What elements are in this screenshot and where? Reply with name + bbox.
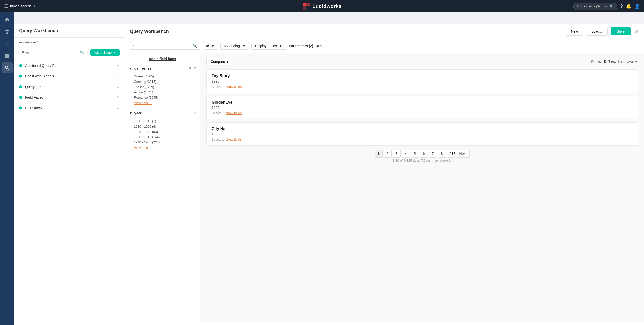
page-button-1[interactable]: 1 (375, 150, 383, 158)
result-score: Score: 1 show fields (212, 138, 633, 141)
facet-item[interactable]: Thriller (1729) (129, 84, 196, 90)
facet-menu-icon[interactable]: ≡ (194, 66, 196, 71)
facet-name-genres: genres_ss (134, 66, 186, 70)
stage-item-solr-query[interactable]: Solr Query ≡ (14, 103, 125, 113)
facet-menu-icon[interactable]: ≡ (194, 111, 196, 115)
facet-header-year: ▼ year_i ≡ (129, 110, 196, 116)
facet-group-year: ▼ year_i ≡ 1900 - 1910 (1) 1910 - 1920 (… (129, 110, 196, 151)
compare-button[interactable]: Compare + (206, 58, 233, 65)
filter-input-wrapper[interactable]: 🔍 (18, 49, 88, 56)
facet-item[interactable]: 1900 - 1910 (1) (129, 118, 196, 124)
filter-row: 🔍 Add a Stage ▼ (14, 47, 125, 58)
facet-header-genres: ▼ genres_ss ✕ ≡ (129, 65, 196, 72)
view-next-year-link[interactable]: View next 10 (129, 145, 196, 151)
page-button-6[interactable]: 6 (420, 150, 428, 158)
save-button[interactable]: Save (611, 27, 631, 35)
facet-item[interactable]: 1920 - 1930 (53) (129, 129, 196, 134)
stage-dot (19, 96, 22, 99)
stage-dot (19, 106, 22, 109)
show-fields-link-1[interactable]: show fields (226, 85, 242, 89)
facet-chevron-icon[interactable]: ▼ (129, 111, 132, 115)
page-button-7[interactable]: 7 (429, 150, 437, 158)
sidebar-layers-icon[interactable] (2, 26, 13, 37)
search-submit-icon[interactable]: 🔍 (193, 44, 197, 48)
brand-name: Lucidworks (312, 3, 342, 9)
add-field-facet-link[interactable]: Add a field facet (129, 57, 196, 61)
app-logo[interactable]: ☰ movie-search ▼ (4, 3, 36, 9)
facet-chevron-icon[interactable]: ▼ (129, 66, 132, 70)
svg-rect-1 (306, 3, 310, 6)
search-input[interactable] (133, 44, 191, 48)
query-area: Query Workbench New Load... Save ✕ 🔍 Id … (125, 24, 644, 325)
diff-vs-link[interactable]: Diff vs: (604, 60, 616, 64)
add-stage-button[interactable]: Add a Stage ▼ (90, 49, 120, 56)
show-fields-link-3[interactable]: show fields (226, 138, 242, 141)
facet-item[interactable]: Drama (4365) (129, 74, 196, 79)
stage-list: Additional Query Parameters ≡ Boost with… (14, 58, 125, 325)
sidebar-analytics-icon[interactable] (2, 50, 13, 61)
stage-handle-icon: ≡ (117, 106, 119, 110)
facet-item[interactable]: Comedy (3315) (129, 79, 196, 84)
sort-order-select[interactable]: Ascending ▼ (220, 42, 249, 50)
lucidworks-logo[interactable]: Lucidworks (302, 2, 342, 10)
stage-name: Field Facet (25, 95, 114, 99)
search-row: 🔍 Id ▼ Ascending ▼ Display Fields ▼ Para… (125, 39, 644, 53)
sort-field-select[interactable]: Id ▼ (203, 42, 218, 50)
load-button[interactable]: Load... (586, 27, 608, 36)
uri-link[interactable]: URI (316, 44, 322, 48)
stage-name: Additional Query Parameters (25, 64, 114, 68)
left-sidebar (0, 12, 14, 325)
new-button[interactable]: New (566, 27, 583, 36)
page-button-2[interactable]: 2 (384, 150, 392, 158)
page-button-5[interactable]: 5 (411, 150, 419, 158)
find-objects-label: Find Objects (⌘ + K) (577, 4, 608, 8)
page-button-8[interactable]: 8 (438, 150, 446, 158)
stage-item-query-fields[interactable]: Query Fields ≡ (14, 82, 125, 92)
facet-item[interactable]: Action (1545) (129, 90, 196, 95)
lw-logo-icon (302, 2, 310, 10)
stage-handle-icon: ≡ (117, 85, 119, 89)
facet-item[interactable]: 1940 - 1950 (228) (129, 140, 196, 145)
search-icon: 🔍 (610, 4, 614, 8)
compare-plus-icon: + (227, 60, 229, 64)
toolbar-right: New Load... Save ✕ (566, 27, 639, 36)
panel-sidebar: Query Workbench movie-search 🔍 Add a Sta… (14, 24, 125, 325)
parameters-link[interactable]: Parameters (2) (289, 44, 313, 48)
facet-close-icon[interactable]: ✕ (188, 66, 192, 71)
help-icon[interactable]: ? (620, 4, 623, 9)
facet-item[interactable]: 1910 - 1920 (6) (129, 124, 196, 129)
panel-title: Query Workbench (19, 28, 58, 33)
search-box[interactable]: 🔍 (130, 42, 200, 50)
close-button[interactable]: ✕ (635, 28, 639, 34)
display-fields-button[interactable]: Display Fields ▼ (251, 42, 286, 50)
svg-rect-0 (303, 3, 306, 6)
last-save-select[interactable]: Last save ▼ (618, 60, 638, 64)
view-next-genres-link[interactable]: View next 10 (129, 100, 196, 106)
pagination: 1 2 3 4 5 6 7 8 ...913 Next (206, 150, 638, 158)
sidebar-search-icon[interactable] (2, 62, 13, 73)
svg-rect-2 (303, 6, 306, 10)
show-fields-link-2[interactable]: show fields (226, 111, 242, 115)
notification-icon[interactable]: 🔔 (626, 3, 631, 9)
page-button-4[interactable]: 4 (402, 150, 410, 158)
user-icon[interactable]: 👤 (634, 3, 640, 9)
facet-item[interactable]: Romance (1545) (129, 95, 196, 100)
sidebar-list-icon[interactable] (2, 38, 13, 49)
stage-handle-icon: ≡ (117, 74, 119, 78)
page-button-3[interactable]: 3 (393, 150, 401, 158)
diff-vs-label: Diff vs: (591, 60, 602, 64)
sort-order-arrow-icon: ▼ (242, 44, 246, 48)
facet-item[interactable]: 1930 - 1940 (144) (129, 134, 196, 140)
sidebar-home-icon[interactable] (2, 14, 13, 25)
facets-panel: Add a field facet ▼ genres_ss ✕ ≡ Drama … (125, 53, 200, 322)
page-next-button[interactable]: Next (456, 150, 470, 158)
last-save-label: Last save (618, 60, 633, 64)
top-nav-right: Find Objects (⌘ + K) 🔍 ? 🔔 👤 (573, 3, 640, 10)
stage-item-field-facet[interactable]: Field Facet ≡ (14, 92, 125, 103)
stage-item-additional-query[interactable]: Additional Query Parameters ≡ (14, 60, 125, 71)
find-objects-button[interactable]: Find Objects (⌘ + K) 🔍 (573, 3, 617, 10)
result-score: Score: 1 show fields (212, 85, 633, 89)
stage-item-boost[interactable]: Boost with Signals ≡ (14, 71, 125, 82)
filter-input[interactable] (22, 51, 78, 54)
result-year: 1995 (212, 106, 633, 110)
